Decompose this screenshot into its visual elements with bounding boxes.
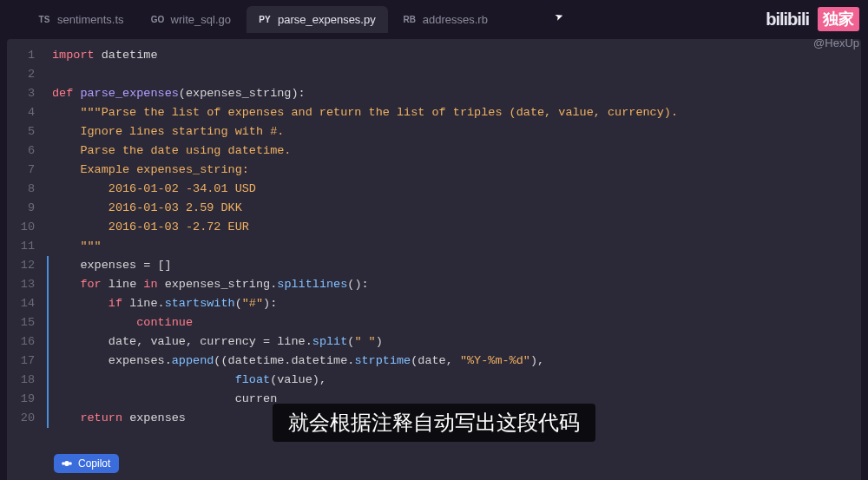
code-line[interactable]: expenses = [] — [47, 256, 861, 275]
svg-point-0 — [64, 461, 69, 466]
code-line[interactable]: Ignore lines starting with #. — [47, 122, 861, 141]
line-number: 8 — [7, 180, 47, 199]
code-line[interactable]: Example expenses_string: — [47, 161, 861, 180]
line-number: 13 — [7, 275, 47, 294]
code-line[interactable]: 2016-01-03 -2.72 EUR — [47, 218, 861, 237]
line-number: 4 — [7, 103, 47, 122]
tab-label: sentiments.ts — [57, 13, 124, 26]
bilibili-logo: bilibili — [766, 10, 809, 30]
code-line[interactable]: 2016-01-02 -34.01 USD — [47, 180, 861, 199]
line-number-gutter: 1234567891011121314151617181920 — [7, 39, 47, 480]
line-number: 1 — [7, 46, 47, 65]
tab-parse_expenses-py[interactable]: PYparse_expenses.py — [247, 6, 388, 33]
line-number: 19 — [7, 390, 47, 409]
tab-label: addresses.rb — [423, 13, 488, 26]
line-number: 9 — [7, 199, 47, 218]
code-line[interactable]: expenses.append((datetime.datetime.strpt… — [47, 352, 861, 371]
file-type-icon: RB — [404, 14, 416, 26]
tab-label: write_sql.go — [171, 13, 231, 26]
code-line[interactable]: import datetime — [47, 46, 861, 65]
code-line[interactable]: def parse_expenses(expenses_string): — [47, 84, 861, 103]
file-type-icon: TS — [38, 14, 50, 26]
video-subtitle: 就会根据注释自动写出这段代码 — [273, 404, 595, 442]
file-type-icon: GO — [152, 14, 164, 26]
line-number: 14 — [7, 294, 47, 313]
line-number: 5 — [7, 122, 47, 141]
copilot-label: Copilot — [78, 457, 110, 470]
tab-label: parse_expenses.py — [278, 13, 376, 26]
line-number: 17 — [7, 352, 47, 371]
code-line[interactable]: for line in expenses_string.splitlines()… — [47, 275, 861, 294]
line-number: 6 — [7, 141, 47, 161]
tab-addresses-rb[interactable]: RBaddresses.rb — [391, 6, 500, 33]
line-number: 2 — [7, 65, 47, 84]
svg-point-2 — [69, 462, 72, 465]
copilot-icon — [61, 457, 73, 470]
line-number: 20 — [7, 409, 47, 428]
code-line[interactable]: """ — [47, 237, 861, 256]
line-number: 11 — [7, 237, 47, 256]
exclusive-badge: 独家 — [818, 7, 859, 31]
tab-write_sql-go[interactable]: GOwrite_sql.go — [140, 6, 243, 33]
line-number: 18 — [7, 371, 47, 390]
code-line[interactable]: date, value, currency = line.split(" ") — [47, 332, 861, 352]
code-line[interactable]: Parse the date using datetime. — [47, 141, 861, 161]
bilibili-brand: bilibili 独家 — [766, 7, 859, 31]
line-number: 15 — [7, 313, 47, 332]
code-line[interactable]: 2016-01-03 2.59 DKK — [47, 199, 861, 218]
tab-sentiments-ts[interactable]: TSsentiments.ts — [26, 6, 136, 33]
svg-point-1 — [62, 462, 65, 465]
code-line[interactable]: if line.startswith("#"): — [47, 294, 861, 313]
code-line[interactable] — [47, 65, 861, 84]
line-number: 10 — [7, 218, 47, 237]
code-line[interactable]: continue — [47, 313, 861, 332]
copilot-badge[interactable]: Copilot — [54, 454, 119, 473]
file-type-icon: PY — [259, 14, 271, 26]
code-line[interactable]: float(value), — [47, 371, 861, 390]
line-number: 12 — [7, 256, 47, 275]
line-number: 16 — [7, 332, 47, 352]
line-number: 7 — [7, 161, 47, 180]
code-line[interactable]: """Parse the list of expenses and return… — [47, 103, 861, 122]
mouse-cursor-icon: ➤ — [553, 8, 567, 27]
line-number: 3 — [7, 84, 47, 103]
tab-bar: TSsentiments.tsGOwrite_sql.goPYparse_exp… — [0, 0, 868, 39]
